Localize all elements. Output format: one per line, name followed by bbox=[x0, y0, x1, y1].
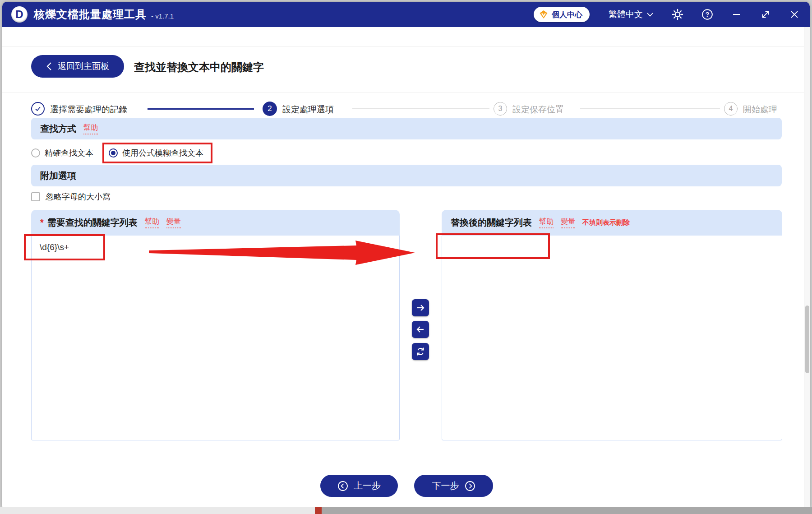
extra-options-section-header: 附加選項 bbox=[31, 165, 782, 186]
check-icon bbox=[34, 105, 42, 112]
circle-chevron-left-icon bbox=[337, 481, 348, 491]
vip-gem-icon bbox=[539, 10, 548, 19]
radio-exact-find-label[interactable]: 精確查找文本 bbox=[45, 148, 93, 158]
titlebar: D 核爍文檔批量處理工具 - v1.7.1 個人中心 繁體中文 bbox=[2, 2, 810, 27]
find-panel-title: 需要查找的關鍵字列表 bbox=[47, 217, 138, 229]
find-panel-variable-link[interactable]: 變量 bbox=[166, 217, 181, 228]
find-mode-help-link[interactable]: 幫助 bbox=[83, 123, 98, 134]
find-keywords-panel: * 需要查找的關鍵字列表 幫助 變量 \d{6}\s+ bbox=[31, 210, 400, 440]
replace-empty-note: 不填則表示刪除 bbox=[582, 218, 630, 227]
divider bbox=[2, 93, 810, 93]
prev-step-label: 上一步 bbox=[354, 480, 381, 492]
back-button-label: 返回到主面板 bbox=[58, 60, 109, 72]
app-version: - v1.7.1 bbox=[151, 12, 174, 20]
user-center-button[interactable]: 個人中心 bbox=[534, 7, 590, 22]
app-logo: D bbox=[11, 6, 28, 23]
replace-panel-header: 替換後的關鍵字列表 幫助 變量 不填則表示刪除 bbox=[442, 210, 782, 236]
chevron-down-icon bbox=[646, 12, 654, 17]
step-connector-1 bbox=[148, 108, 254, 110]
language-selector[interactable]: 繁體中文 bbox=[609, 9, 654, 20]
radio-fuzzy-find[interactable] bbox=[109, 148, 118, 157]
replace-panel-variable-link[interactable]: 變量 bbox=[561, 217, 575, 228]
step-3-label: 設定保存位置 bbox=[512, 104, 564, 116]
refresh-icon bbox=[415, 346, 426, 357]
find-mode-options: 精確查找文本 使用公式模糊查找文本 bbox=[31, 143, 212, 163]
replace-panel-title: 替換後的關鍵字列表 bbox=[451, 217, 532, 229]
radio-exact-find[interactable] bbox=[31, 148, 40, 157]
scrollbar-thumb[interactable] bbox=[805, 306, 809, 373]
close-icon bbox=[789, 9, 800, 20]
step-connector-2 bbox=[352, 108, 489, 109]
desktop-edge-red-sliver bbox=[315, 507, 322, 514]
help-icon: ? bbox=[701, 9, 713, 20]
swap-refresh-button[interactable] bbox=[412, 343, 429, 360]
find-keywords-input[interactable]: \d{6}\s+ bbox=[31, 236, 400, 440]
next-step-button[interactable]: 下一步 bbox=[414, 475, 493, 497]
step-3-circle: 3 bbox=[494, 102, 507, 116]
circle-chevron-right-icon bbox=[465, 481, 475, 491]
step-1-circle bbox=[31, 102, 45, 116]
step-2-circle: 2 bbox=[263, 102, 277, 116]
find-mode-section-header: 查找方式 幫助 bbox=[31, 118, 782, 139]
arrow-right-icon bbox=[415, 302, 426, 313]
user-center-label: 個人中心 bbox=[552, 9, 582, 20]
next-step-label: 下一步 bbox=[432, 480, 459, 492]
prev-step-button[interactable]: 上一步 bbox=[320, 475, 398, 497]
maximize-button[interactable] bbox=[760, 9, 771, 20]
app-title: 核爍文檔批量處理工具 bbox=[34, 7, 147, 22]
extra-options-title: 附加選項 bbox=[40, 170, 76, 182]
ignore-case-checkbox[interactable] bbox=[31, 192, 40, 201]
desktop-edge bbox=[0, 507, 812, 514]
ignore-case-label[interactable]: 忽略字母的大小寫 bbox=[46, 191, 111, 202]
minimize-icon bbox=[731, 9, 742, 20]
resize-icon bbox=[760, 9, 771, 20]
move-left-button[interactable] bbox=[412, 321, 429, 338]
step-1-label: 選擇需要處理的記錄 bbox=[50, 104, 127, 116]
settings-button[interactable] bbox=[672, 9, 683, 20]
find-mode-title: 查找方式 bbox=[40, 123, 76, 135]
step-2-label: 設定處理選項 bbox=[282, 104, 334, 116]
desktop-edge-light bbox=[0, 507, 315, 514]
radio-fuzzy-find-label[interactable]: 使用公式模糊查找文本 bbox=[122, 148, 203, 158]
help-button[interactable]: ? bbox=[701, 9, 713, 20]
ignore-case-row: 忽略字母的大小寫 bbox=[31, 191, 111, 202]
replace-keywords-panel: 替換後的關鍵字列表 幫助 變量 不填則表示刪除 bbox=[442, 210, 782, 440]
find-panel-header: * 需要查找的關鍵字列表 幫助 變量 bbox=[31, 210, 400, 236]
back-to-dashboard-button[interactable]: 返回到主面板 bbox=[31, 55, 124, 78]
replace-panel-help-link[interactable]: 幫助 bbox=[539, 217, 554, 228]
find-keywords-value: \d{6}\s+ bbox=[40, 242, 69, 252]
chevron-left-icon bbox=[46, 62, 52, 71]
svg-text:?: ? bbox=[706, 11, 710, 18]
scrollbar-track[interactable] bbox=[804, 27, 810, 507]
close-button[interactable] bbox=[789, 9, 800, 20]
step-connector-3 bbox=[580, 108, 720, 109]
required-mark: * bbox=[40, 218, 44, 228]
annotation-rect-fuzzy-radio: 使用公式模糊查找文本 bbox=[102, 143, 212, 163]
replace-keywords-input[interactable] bbox=[442, 236, 782, 440]
app-window: D 核爍文檔批量處理工具 - v1.7.1 個人中心 繁體中文 bbox=[2, 2, 810, 507]
arrow-left-icon bbox=[415, 324, 426, 335]
move-right-button[interactable] bbox=[412, 299, 429, 316]
find-panel-help-link[interactable]: 幫助 bbox=[145, 217, 159, 228]
minimize-button[interactable] bbox=[731, 9, 742, 20]
divider bbox=[2, 46, 810, 47]
gear-icon bbox=[672, 9, 683, 20]
step-4-circle: 4 bbox=[724, 102, 738, 116]
step-4-label: 開始處理 bbox=[743, 104, 777, 116]
language-label: 繁體中文 bbox=[609, 9, 643, 20]
page-title: 查找並替換文本中的關鍵字 bbox=[134, 60, 264, 74]
